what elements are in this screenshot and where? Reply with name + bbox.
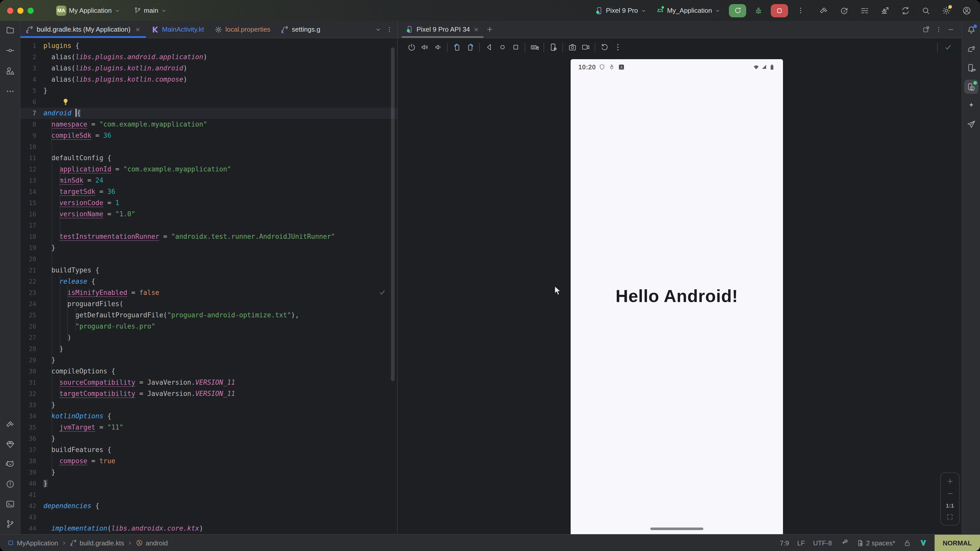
more-vertical-icon (613, 43, 622, 52)
zoom-out-button[interactable] (946, 490, 954, 498)
file-writable-icon[interactable] (904, 539, 911, 547)
screen-record-button[interactable] (579, 41, 592, 53)
ui-check-button[interactable] (941, 41, 955, 53)
code-line-9: compileSdk = 36 (43, 130, 390, 141)
more-horizontal-button[interactable] (3, 84, 17, 98)
editor-tab-4[interactable]: settings.g (275, 21, 325, 38)
device-settings-button[interactable] (547, 41, 560, 53)
branch-name: main (144, 6, 158, 14)
editor-scrollbar[interactable] (391, 48, 395, 381)
ai-disabled-icon[interactable] (840, 539, 848, 547)
add-device-tab-button[interactable] (484, 21, 496, 38)
attach-debugger-button[interactable] (878, 3, 892, 17)
build-hammer-button[interactable] (817, 3, 831, 17)
vim-mode-badge[interactable]: NORMAL (935, 534, 980, 551)
settings-button[interactable] (939, 3, 953, 17)
account-button[interactable] (959, 3, 974, 17)
gesture-navigation-bar[interactable] (650, 527, 703, 530)
rerun-button[interactable] (729, 4, 746, 17)
editor-tab-3[interactable]: local.properties (209, 21, 275, 38)
search-button[interactable] (919, 3, 933, 17)
maximize-window-button[interactable] (27, 7, 34, 14)
run-configuration-selector[interactable]: My_Application (656, 6, 721, 15)
caret-position[interactable]: 7:9 (780, 539, 789, 547)
apply-changes-button[interactable]: A (837, 3, 851, 17)
ai-assistant-icon (966, 101, 976, 110)
open-in-window-icon[interactable] (922, 25, 930, 33)
logcat-cat-button[interactable] (3, 457, 17, 472)
commit-button[interactable] (3, 43, 17, 58)
tab-list-chevron-icon[interactable] (375, 26, 382, 33)
code-line-27: ) (43, 332, 390, 343)
line-ending[interactable]: LF (797, 539, 805, 547)
ai-assistant-button[interactable] (964, 98, 978, 113)
travel-icon (966, 120, 976, 129)
rotate-right-icon (466, 43, 474, 52)
gemini-gem-button[interactable] (3, 437, 17, 451)
home-button[interactable] (496, 41, 509, 53)
vim-plugin-icon[interactable] (919, 539, 928, 547)
editor-tab-2[interactable]: MainActivity.kt (146, 21, 209, 38)
minimize-window-button[interactable] (18, 7, 24, 14)
commit-icon (5, 46, 14, 55)
wellbeing-icon (609, 64, 615, 70)
build-hammer-button[interactable] (3, 417, 17, 432)
keyboard-button[interactable] (528, 41, 541, 53)
vcs-branch-selector[interactable]: main (134, 6, 167, 14)
device-manager-button[interactable] (964, 61, 978, 75)
git-branch-button[interactable] (3, 517, 17, 531)
problems-button[interactable] (3, 477, 17, 491)
emulator-screen[interactable]: 10:20 A Hello Android! (571, 59, 783, 534)
back-button[interactable] (482, 41, 496, 53)
device-tab-bar: Pixel 9 Pro API 34 (398, 21, 962, 38)
device-selector[interactable]: Pixel 9 Pro (595, 6, 647, 14)
more-vertical-button[interactable] (611, 41, 624, 53)
project-avatar: MA (56, 5, 66, 16)
volume-down-button[interactable] (431, 41, 445, 53)
tab-options-icon[interactable] (386, 26, 393, 33)
android-studio-window: MA My Application main Pixel 9 Pro My_Ap… (0, 0, 980, 551)
indent-setting[interactable]: 2 spaces* (856, 539, 895, 547)
inspections-ok-icon[interactable] (379, 44, 386, 534)
code-line-36: } (43, 433, 390, 445)
project-folder-button[interactable] (3, 23, 17, 37)
resource-manager-icon (5, 66, 14, 76)
rotate-right-button[interactable] (463, 41, 477, 53)
running-devices-button[interactable] (964, 79, 978, 94)
editor-tab-1[interactable]: build.gradle.kts (My Application) (21, 21, 146, 38)
resource-manager-button[interactable] (3, 64, 17, 78)
stop-button[interactable] (771, 4, 788, 17)
rotate-left-button[interactable] (450, 41, 463, 53)
close-icon[interactable] (473, 26, 479, 32)
zoom-reset-button[interactable]: 1:1 (946, 502, 954, 508)
reset-button[interactable] (598, 41, 611, 53)
sync-gradle-button[interactable] (898, 3, 913, 17)
file-encoding[interactable]: UTF-8 (813, 539, 832, 547)
breadcrumb-item[interactable]: android (136, 539, 168, 547)
zoom-in-button[interactable] (946, 478, 954, 485)
screenshot-button[interactable] (566, 41, 579, 53)
debug-button[interactable] (751, 4, 765, 17)
volume-up-button[interactable] (418, 41, 431, 53)
profiler-icon (860, 6, 869, 15)
device-tab[interactable]: Pixel 9 Pro API 34 (402, 21, 484, 38)
gradle-button[interactable] (964, 42, 978, 56)
overview-button[interactable] (509, 41, 522, 53)
project-selector[interactable]: MA My Application (56, 5, 121, 16)
breadcrumb-item[interactable]: build.gradle.kts (70, 539, 124, 547)
hide-panel-icon[interactable] (947, 26, 955, 33)
run-options-menu[interactable] (793, 4, 808, 17)
profiler-button[interactable] (858, 3, 872, 17)
code-editor[interactable]: 1234567891011121314151617181920212223242… (21, 38, 397, 534)
notifications-button[interactable] (964, 23, 978, 37)
travel-button[interactable] (964, 118, 978, 132)
fit-to-window-button[interactable] (946, 513, 953, 520)
power-button[interactable] (405, 41, 418, 53)
close-window-button[interactable] (7, 7, 13, 14)
code-line-30: compileOptions { (43, 366, 390, 377)
terminal-button[interactable] (3, 497, 17, 511)
layout-inspector-button[interactable] (920, 41, 934, 53)
breadcrumb-item[interactable]: MyApplication (7, 539, 58, 547)
terminal-icon (5, 499, 14, 509)
panel-options-icon[interactable] (935, 26, 942, 33)
